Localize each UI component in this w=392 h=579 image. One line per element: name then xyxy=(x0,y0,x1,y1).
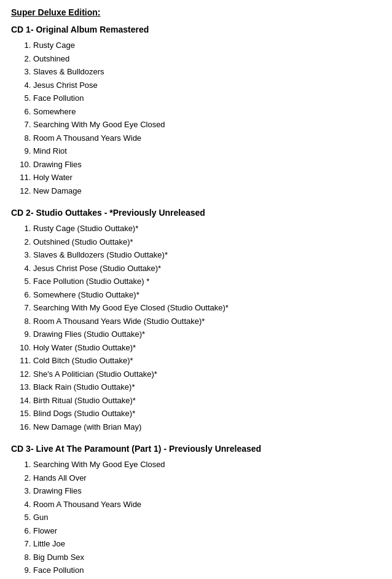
cd-section-2: CD 2- Studio Outtakes - *Previously Unre… xyxy=(11,208,381,433)
list-item: Slaves & Bulldozers (Studio Outtake)* xyxy=(33,249,381,261)
list-item: Rusty Cage xyxy=(33,39,381,52)
list-item: Holy Water xyxy=(33,171,381,184)
list-item: Room A Thousand Years Wide xyxy=(33,498,381,511)
list-item: Searching With My Good Eye Closed xyxy=(33,119,381,131)
list-item: Black Rain (Studio Outtake)* xyxy=(33,381,381,393)
list-item: Little Joe xyxy=(33,538,381,550)
list-item: Face Pollution xyxy=(33,92,381,104)
list-item: Face Pollution (Studio Outtake) * xyxy=(33,275,381,288)
list-item: Blind Dogs (Studio Outtake)* xyxy=(33,408,381,420)
list-item: Jesus Christ Pose (Studio Outtake)* xyxy=(33,262,381,275)
cd-heading-2: CD 2- Studio Outtakes - *Previously Unre… xyxy=(11,208,381,218)
cd-heading-1: CD 1- Original Album Remastered xyxy=(11,25,381,34)
list-item: Somewhere (Studio Outtake)* xyxy=(33,289,381,301)
list-item: She's A Politician (Studio Outtake)* xyxy=(33,368,381,380)
cd-heading-3: CD 3- Live At The Paramount (Part 1) - P… xyxy=(11,444,381,454)
list-item: Room A Thousand Years Wide xyxy=(33,132,381,144)
list-item: Somewhere xyxy=(33,106,381,118)
list-item: Slaves & Bulldozers xyxy=(33,66,381,78)
list-item: Mind Riot xyxy=(33,145,381,157)
list-item: Rusty Cage (Studio Outtake)* xyxy=(33,223,381,235)
list-item: Outshined xyxy=(33,53,381,65)
page-title: Super Deluxe Edition: xyxy=(11,7,381,17)
list-item: Searching With My Good Eye Closed xyxy=(33,459,381,471)
list-item: Hands All Over xyxy=(33,472,381,484)
list-item: Drawing Flies xyxy=(33,159,381,171)
list-item: Birth Ritual (Studio Outtake)* xyxy=(33,395,381,407)
list-item: Gun xyxy=(33,511,381,524)
list-item: Drawing Flies xyxy=(33,485,381,497)
list-item: Face Pollution xyxy=(33,564,381,577)
list-item: Flower xyxy=(33,525,381,537)
list-item: Searching With My Good Eye Closed (Studi… xyxy=(33,302,381,314)
cd-section-1: CD 1- Original Album RemasteredRusty Cag… xyxy=(11,25,381,197)
list-item: Outshined (Studio Outtake)* xyxy=(33,236,381,248)
list-item: Cold Bitch (Studio Outtake)* xyxy=(33,355,381,367)
list-item: Holy Water (Studio Outtake)* xyxy=(33,342,381,354)
list-item: Jesus Christ Pose xyxy=(33,79,381,92)
list-item: Drawing Flies (Studio Outtake)* xyxy=(33,328,381,341)
list-item: Big Dumb Sex xyxy=(33,551,381,564)
cd-section-3: CD 3- Live At The Paramount (Part 1) - P… xyxy=(11,444,381,579)
list-item: New Damage xyxy=(33,185,381,197)
list-item: New Damage (with Brian May) xyxy=(33,421,381,433)
list-item: Room A Thousand Years Wide (Studio Outta… xyxy=(33,315,381,328)
